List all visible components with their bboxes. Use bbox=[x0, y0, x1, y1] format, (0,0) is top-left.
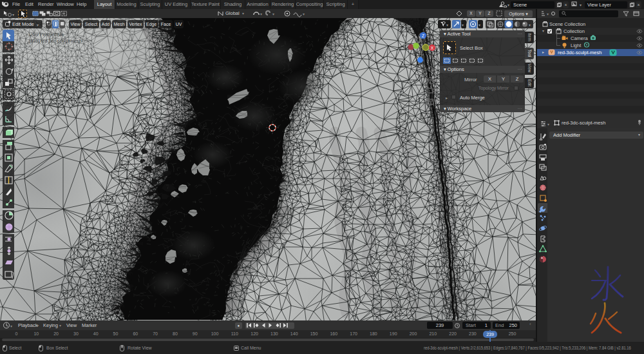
svg-text:▾: ▾ bbox=[478, 23, 480, 27]
svg-text:▾: ▾ bbox=[507, 3, 509, 7]
svg-text:X: X bbox=[431, 46, 434, 50]
svg-text:▾: ▾ bbox=[547, 12, 549, 16]
svg-text:▾: ▾ bbox=[10, 324, 12, 328]
svg-text:▾: ▾ bbox=[272, 12, 274, 16]
svg-text:▾: ▾ bbox=[446, 23, 448, 27]
svg-text:Z: Z bbox=[422, 34, 424, 38]
svg-text:▾: ▾ bbox=[580, 3, 582, 7]
svg-text:▾: ▾ bbox=[303, 12, 305, 16]
svg-text:▾: ▾ bbox=[547, 123, 549, 126]
svg-text:▾: ▾ bbox=[12, 13, 14, 17]
svg-text:▾: ▾ bbox=[529, 23, 531, 27]
svg-text:▾: ▾ bbox=[462, 23, 464, 27]
svg-text:▾: ▾ bbox=[260, 12, 262, 16]
